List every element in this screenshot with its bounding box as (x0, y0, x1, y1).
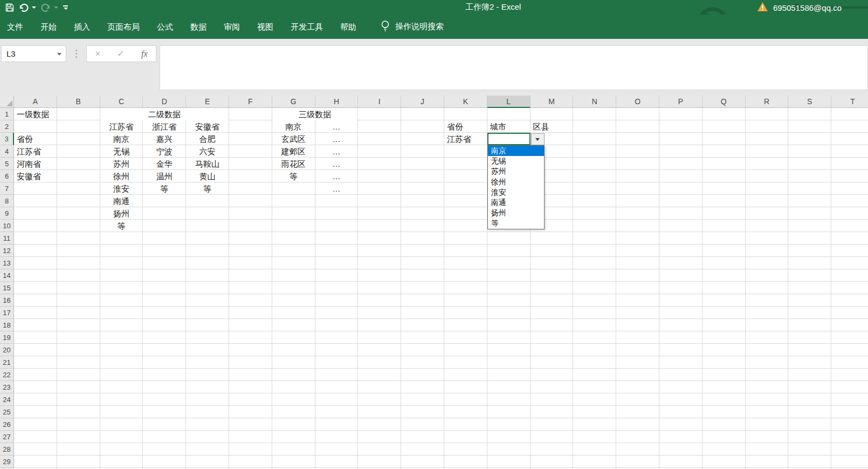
name-box-dropdown-icon[interactable] (57, 53, 61, 56)
ribbon-tab-插入[interactable]: 插入 (67, 15, 97, 39)
column-header-T[interactable]: T (831, 96, 868, 108)
cell-G1[interactable]: 三级数据 (272, 108, 358, 120)
row-header-24[interactable]: 24 (0, 393, 14, 406)
dropdown-item-淮安[interactable]: 淮安 (488, 187, 544, 198)
row-header-15[interactable]: 15 (0, 282, 14, 294)
column-header-P[interactable]: P (659, 96, 702, 108)
cell-A6[interactable]: 安徽省 (14, 170, 57, 182)
column-header-M[interactable]: M (531, 96, 574, 108)
ribbon-tab-审阅[interactable]: 审阅 (217, 15, 247, 39)
column-header-I[interactable]: I (358, 96, 401, 108)
ribbon-tab-文件[interactable]: 文件 (0, 15, 30, 39)
cell-H4[interactable]: … (315, 145, 358, 158)
tell-me-search[interactable]: 操作说明搜索 (381, 20, 444, 33)
row-header-11[interactable]: 11 (0, 232, 14, 244)
cell-C6[interactable]: 徐州 (100, 170, 143, 182)
more-options-icon[interactable] (72, 45, 80, 62)
cell-A1[interactable]: 一级数据 (14, 108, 57, 120)
row-header-18[interactable]: 18 (0, 319, 14, 331)
column-header-G[interactable]: G (272, 96, 315, 108)
cell-H3[interactable]: … (315, 133, 358, 145)
row-header-8[interactable]: 8 (0, 195, 14, 207)
cancel-icon[interactable]: × (95, 49, 100, 59)
cell-A5[interactable]: 河南省 (14, 158, 57, 170)
dropdown-item-徐州[interactable]: 徐州 (488, 177, 544, 187)
column-header-K[interactable]: K (444, 96, 487, 108)
row-header-14[interactable]: 14 (0, 269, 14, 282)
customize-quick-access-toolbar-icon[interactable] (63, 5, 68, 10)
column-header-E[interactable]: E (186, 96, 229, 108)
row-header-27[interactable]: 27 (0, 431, 14, 443)
column-header-O[interactable]: O (616, 96, 659, 108)
row-header-22[interactable]: 22 (0, 369, 14, 381)
cell-K2[interactable]: 省份 (444, 120, 487, 133)
cell-G2[interactable]: 南京 (272, 120, 315, 133)
undo-dropdown-icon[interactable] (32, 6, 36, 9)
column-header-L[interactable]: L (487, 96, 531, 108)
row-header-28[interactable]: 28 (0, 443, 14, 456)
row-header-17[interactable]: 17 (0, 307, 14, 319)
cell-C1[interactable]: 二级数据 (100, 108, 229, 120)
cell-C7[interactable]: 淮安 (100, 182, 143, 195)
row-header-9[interactable]: 9 (0, 207, 14, 220)
cell-G5[interactable]: 雨花区 (272, 158, 315, 170)
column-header-D[interactable]: D (143, 96, 186, 108)
row-header-19[interactable]: 19 (0, 331, 14, 344)
row-header-5[interactable]: 5 (0, 158, 14, 170)
cell-C5[interactable]: 苏州 (100, 158, 143, 170)
row-header-29[interactable]: 29 (0, 456, 14, 468)
column-header-N[interactable]: N (573, 96, 616, 108)
selected-cell-L3[interactable] (487, 133, 531, 145)
enter-icon[interactable]: ✓ (117, 48, 125, 59)
column-header-A[interactable]: A (14, 96, 57, 108)
cell-E2[interactable]: 安徽省 (186, 120, 229, 133)
row-header-20[interactable]: 20 (0, 344, 14, 356)
cell-E3[interactable]: 合肥 (186, 133, 229, 145)
row-header-6[interactable]: 6 (0, 170, 14, 182)
cell-E4[interactable]: 六安 (186, 145, 229, 158)
undo-icon[interactable] (19, 3, 29, 12)
cell-C9[interactable]: 扬州 (100, 207, 143, 220)
row-header-13[interactable]: 13 (0, 257, 14, 269)
column-header-C[interactable]: C (100, 96, 143, 108)
column-header-S[interactable]: S (788, 96, 831, 108)
row-header-12[interactable]: 12 (0, 244, 14, 257)
row-header-16[interactable]: 16 (0, 294, 14, 307)
ribbon-tab-帮助[interactable]: 帮助 (333, 15, 363, 39)
dropdown-item-等[interactable]: 等 (488, 218, 544, 228)
column-header-Q[interactable]: Q (702, 96, 746, 108)
cell-H6[interactable]: … (315, 170, 358, 182)
tell-me-label[interactable]: 操作说明搜索 (395, 22, 444, 32)
column-header-R[interactable]: R (746, 96, 789, 108)
ribbon-tab-开始[interactable]: 开始 (33, 15, 64, 39)
cell-G4[interactable]: 建邺区 (272, 145, 315, 158)
cell-E5[interactable]: 马鞍山 (186, 158, 229, 170)
account-email[interactable]: 695051586@qq.co (773, 3, 842, 12)
cell-D2[interactable]: 浙江省 (143, 120, 185, 133)
dropdown-item-南通[interactable]: 南通 (488, 198, 544, 208)
ribbon-tab-页面布局[interactable]: 页面布局 (100, 15, 147, 39)
row-header-2[interactable]: 2 (0, 120, 14, 133)
cell-C3[interactable]: 南京 (100, 133, 143, 145)
cell-G6[interactable]: 等 (272, 170, 315, 182)
cell-C2[interactable]: 江苏省 (100, 120, 143, 133)
ribbon-tab-公式[interactable]: 公式 (150, 15, 180, 39)
cell-K3[interactable]: 江苏省 (444, 133, 487, 145)
name-box[interactable]: L3 (1, 45, 66, 62)
cell-C8[interactable]: 南通 (100, 195, 143, 207)
row-header-3[interactable]: 3 (0, 133, 14, 145)
column-header-H[interactable]: H (315, 96, 359, 108)
cell-H7[interactable]: … (315, 182, 358, 195)
dropdown-item-苏州[interactable]: 苏州 (488, 166, 544, 176)
row-header-4[interactable]: 4 (0, 145, 14, 158)
cell-L2[interactable]: 城市 (487, 120, 530, 133)
row-header-26[interactable]: 26 (0, 418, 14, 431)
select-all-corner[interactable] (0, 96, 14, 108)
ribbon-tab-视图[interactable]: 视图 (250, 15, 280, 39)
cell-E7[interactable]: 等 (186, 182, 229, 195)
data-validation-dropdown-button[interactable] (531, 133, 545, 145)
cell-G3[interactable]: 玄武区 (272, 133, 315, 145)
cell-D7[interactable]: 等 (143, 182, 185, 195)
row-header-23[interactable]: 23 (0, 381, 14, 393)
cell-D3[interactable]: 嘉兴 (143, 133, 185, 145)
